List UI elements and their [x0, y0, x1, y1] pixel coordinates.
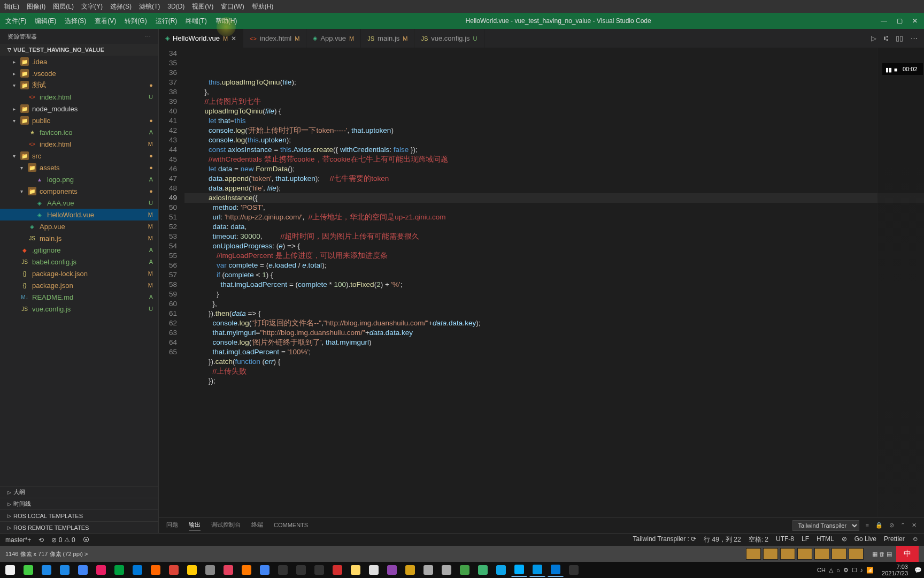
panel-tab[interactable]: COMMENTS — [274, 522, 308, 529]
tray-icon[interactable]: CH — [817, 567, 826, 573]
taskbar-app[interactable] — [311, 563, 327, 577]
tree-item[interactable]: JS vue.config.js U — [0, 303, 158, 315]
clock[interactable]: 7:03 2021/7/23 — [879, 564, 911, 576]
taskbar-app[interactable] — [548, 563, 564, 577]
tree-item[interactable]: JS main.js M — [0, 232, 158, 244]
taskbar-app[interactable] — [475, 563, 491, 577]
status-item[interactable]: ☺ — [912, 535, 919, 544]
timeline-frame[interactable] — [797, 548, 812, 560]
taskbar-app[interactable] — [529, 563, 545, 577]
timeline-frame[interactable] — [780, 548, 795, 560]
explorer-section[interactable]: ▷ROS REMOTE TEMPLATES — [0, 521, 158, 533]
more-icon[interactable]: ⋯ — [911, 34, 918, 42]
app-menu-item[interactable]: 选择(S) — [65, 17, 86, 26]
taskbar-app[interactable] — [57, 563, 73, 577]
workspace-header[interactable]: ▽ VUE_TEST_HAVING_NO_VALUE — [0, 44, 158, 56]
taskbar-app[interactable] — [166, 563, 182, 577]
ps-menu-item[interactable]: 选择(S) — [110, 2, 132, 11]
taskbar-app[interactable] — [384, 563, 400, 577]
tray-icon[interactable]: ♪ — [860, 567, 864, 573]
taskbar-app[interactable] — [257, 563, 273, 577]
tree-item[interactable]: {} package-lock.json M — [0, 268, 158, 279]
app-menu-item[interactable]: 帮助(H) — [215, 17, 237, 26]
ps-menu-item[interactable]: 帮助(H) — [252, 2, 274, 11]
panel-tab[interactable]: 输出 — [189, 521, 201, 530]
tree-item[interactable]: ▲ logo.png A — [0, 173, 158, 185]
tree-item[interactable]: ▸ 📁 node_modules — [0, 103, 158, 115]
taskbar-app[interactable] — [2, 563, 18, 577]
status-item[interactable]: ⦿ — [83, 536, 89, 544]
taskbar-app[interactable] — [566, 563, 582, 577]
split-icon[interactable]: ▯▯ — [896, 34, 903, 42]
pause-icon[interactable]: ▮▮ — [886, 66, 891, 72]
app-menu-item[interactable]: 转到(G) — [125, 17, 147, 26]
maximize-button[interactable]: ▢ — [897, 17, 903, 25]
tray-icon[interactable]: 📶 — [866, 567, 874, 573]
taskbar-app[interactable] — [402, 563, 418, 577]
tree-item[interactable]: ◈ HelloWorld.vue M — [0, 209, 158, 220]
tree-item[interactable]: ▸ 📁 .idea — [0, 56, 158, 67]
ps-menu-item[interactable]: 视图(V) — [192, 2, 213, 11]
system-tray[interactable]: CH△⌂⚙☐♪📶 — [815, 567, 875, 574]
tree-item[interactable]: ▾ 📁 测试 ● — [0, 79, 158, 91]
app-menu-item[interactable]: 查看(V) — [95, 17, 116, 26]
tree-item[interactable]: ▾ 📁 components ● — [0, 185, 158, 197]
taskbar-app[interactable] — [511, 563, 527, 577]
panel-tab[interactable]: 调试控制台 — [211, 521, 241, 530]
tree-item[interactable]: ◈ App.vue M — [0, 220, 158, 232]
tree-item[interactable]: <> index.html M — [0, 138, 158, 150]
status-item[interactable]: Prettier — [884, 535, 905, 544]
minimize-button[interactable]: — — [881, 17, 887, 25]
app-menu-item[interactable]: 文件(F) — [5, 17, 26, 26]
panel-select[interactable]: Tailwind Transpiler — [792, 520, 859, 531]
status-item[interactable]: HTML — [817, 535, 834, 544]
ps-menu-item[interactable]: 图像(I) — [27, 2, 45, 11]
editor-tab[interactable]: ◈ HelloWorld.vue M ✕ — [159, 29, 243, 48]
taskbar-app[interactable] — [38, 563, 55, 577]
ps-menu-item[interactable]: 3D(D) — [167, 3, 184, 10]
tree-item[interactable]: M↓ README.md A — [0, 291, 158, 303]
taskbar-app[interactable] — [93, 563, 109, 577]
taskbar-app[interactable] — [438, 563, 455, 577]
code-editor[interactable]: 3435363738394041424344454647484950515253… — [159, 48, 924, 517]
explorer-section[interactable]: ▷时间线 — [0, 498, 158, 509]
tree-item[interactable]: ▾ 📁 public ● — [0, 115, 158, 126]
close-tab-icon[interactable]: ✕ — [231, 35, 236, 42]
panel-tab[interactable]: 终端 — [251, 521, 263, 530]
tree-item[interactable]: ★ favicon.ico A — [0, 126, 158, 138]
clear-icon[interactable]: ⊘ — [889, 522, 894, 529]
tray-icon[interactable]: ☐ — [852, 567, 857, 573]
ps-menu-item[interactable]: 图层(L) — [53, 2, 74, 11]
editor-tab[interactable]: JS main.js M — [361, 29, 414, 48]
collapse-icon[interactable]: ⌃ — [900, 522, 905, 529]
stop-icon[interactable]: ■ — [894, 66, 899, 72]
code-content[interactable]: this.uploadImgToQiniu(file); }, //上传图片到七… — [184, 48, 924, 517]
tree-item[interactable]: JS babel.config.js A — [0, 256, 158, 268]
ps-menu-item[interactable]: 辑(E) — [4, 2, 19, 11]
taskbar-app[interactable] — [293, 563, 309, 577]
close-button[interactable]: ✕ — [912, 17, 918, 25]
status-item[interactable]: Tailwind Transpiler : ⟳ — [633, 535, 697, 544]
panel-tab[interactable]: 问题 — [166, 521, 178, 530]
status-item[interactable]: master*+ — [5, 536, 31, 544]
tree-item[interactable]: ▸ 📁 .vscode — [0, 67, 158, 79]
status-item[interactable]: 行 49，列 22 — [704, 535, 741, 544]
taskbar-app[interactable] — [129, 563, 145, 577]
status-item[interactable]: ⊘ — [842, 535, 847, 544]
status-item[interactable]: LF — [802, 535, 809, 544]
diff-icon[interactable]: ⑆ — [884, 34, 888, 42]
status-item[interactable]: 空格: 2 — [749, 535, 768, 544]
ps-menu-item[interactable]: 窗口(W) — [221, 2, 244, 11]
tree-item[interactable]: ◆ .gitignore A — [0, 244, 158, 256]
timeline-frame[interactable] — [763, 548, 778, 560]
taskbar-app[interactable] — [275, 563, 291, 577]
tray-icon[interactable]: ⚙ — [843, 567, 849, 573]
explorer-section[interactable]: ▷ROS LOCAL TEMPLATES — [0, 509, 158, 521]
tray-icon[interactable]: △ — [829, 567, 833, 573]
taskbar-app[interactable] — [493, 563, 509, 577]
editor-tab[interactable]: <> index.html M — [243, 29, 306, 48]
explorer-section[interactable]: ▷大纲 — [0, 486, 158, 498]
lock-icon[interactable]: 🔒 — [875, 522, 883, 529]
run-icon[interactable]: ▷ — [871, 34, 876, 42]
taskbar-app[interactable] — [75, 563, 91, 577]
